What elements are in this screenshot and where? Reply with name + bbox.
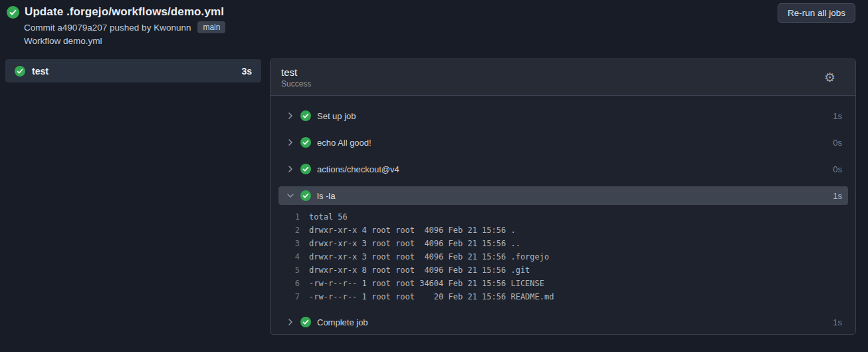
panel-job-status: Success bbox=[281, 79, 824, 88]
step-success-icon bbox=[300, 317, 311, 327]
step-log-output: 1 total 56 2 drwxr-xr-x 4 root root 4096… bbox=[271, 205, 855, 309]
job-success-icon bbox=[15, 66, 25, 77]
step-duration: 1s bbox=[833, 191, 842, 201]
log-line: 6 -rw-r--r-- 1 root root 34604 Feb 21 15… bbox=[271, 277, 855, 290]
steps-list: Set up job 1s echo All good! 0s actions/… bbox=[271, 96, 855, 335]
run-header: Update .forgejo/workflows/demo.yml Commi… bbox=[7, 5, 225, 46]
log-line: 7 -rw-r--r-- 1 root root 20 Feb 21 15:56… bbox=[271, 290, 855, 303]
rerun-all-jobs-button[interactable]: Re-run all jobs bbox=[778, 3, 855, 23]
run-title: Update .forgejo/workflows/demo.yml bbox=[25, 5, 224, 19]
commit-text: Commit a49079a207 pushed by Kwonunn bbox=[24, 23, 191, 33]
log-line-text: drwxr-xr-x 8 root root 4096 Feb 21 15:56… bbox=[309, 265, 530, 275]
step-row-complete-job[interactable]: Complete job 1s bbox=[271, 309, 855, 335]
chevron-right-icon bbox=[286, 318, 294, 326]
step-row-checkout[interactable]: actions/checkout@v4 0s bbox=[271, 156, 855, 182]
log-line-text: total 56 bbox=[309, 212, 348, 222]
log-line-number[interactable]: 5 bbox=[271, 265, 300, 275]
log-line: 1 total 56 bbox=[271, 210, 855, 224]
step-success-icon bbox=[300, 190, 311, 201]
step-label: Set up job bbox=[317, 111, 827, 121]
log-line-number[interactable]: 7 bbox=[271, 292, 300, 301]
log-line-number[interactable]: 3 bbox=[271, 239, 300, 248]
log-line-number[interactable]: 2 bbox=[271, 226, 300, 235]
step-duration: 1s bbox=[833, 111, 842, 121]
step-duration: 1s bbox=[833, 317, 842, 327]
forgejo-actions-run-page: { "header": { "title": "Update .forgejo/… bbox=[0, 0, 868, 352]
workflow-line: Workflow demo.yml bbox=[24, 36, 225, 46]
log-line-number[interactable]: 4 bbox=[271, 252, 300, 262]
step-label: actions/checkout@v4 bbox=[317, 164, 827, 174]
branch-badge[interactable]: main bbox=[197, 21, 225, 33]
log-line-number[interactable]: 1 bbox=[271, 212, 300, 222]
step-duration: 0s bbox=[833, 138, 842, 148]
chevron-right-icon bbox=[286, 165, 294, 173]
job-detail-panel: test Success ⚙ Set up job 1s echo All go… bbox=[270, 59, 856, 335]
job-panel-header: test Success ⚙ bbox=[271, 59, 855, 96]
log-line-text: drwxr-xr-x 3 root root 4096 Feb 21 15:56… bbox=[309, 239, 520, 248]
jobs-sidebar: test 3s bbox=[5, 59, 261, 83]
step-success-icon bbox=[300, 164, 311, 174]
step-success-icon bbox=[300, 137, 311, 148]
log-line: 2 drwxr-xr-x 4 root root 4096 Feb 21 15:… bbox=[271, 224, 855, 237]
log-line-text: drwxr-xr-x 4 root root 4096 Feb 21 15:56… bbox=[309, 226, 516, 235]
log-line-text: drwxr-xr-x 3 root root 4096 Feb 21 15:56… bbox=[309, 252, 549, 262]
chevron-down-icon bbox=[286, 192, 294, 200]
step-success-icon bbox=[300, 110, 311, 121]
step-label: Complete job bbox=[317, 317, 827, 327]
chevron-right-icon bbox=[286, 112, 294, 120]
commit-line: Commit a49079a207 pushed by Kwonunn main bbox=[24, 21, 225, 33]
panel-job-title: test bbox=[281, 67, 824, 78]
step-duration: 0s bbox=[833, 164, 842, 174]
log-line: 4 drwxr-xr-x 3 root root 4096 Feb 21 15:… bbox=[271, 250, 855, 264]
step-label: echo All good! bbox=[317, 138, 827, 148]
step-row-setup-job[interactable]: Set up job 1s bbox=[271, 102, 855, 129]
step-label: ls -la bbox=[317, 191, 827, 201]
log-line-number[interactable]: 6 bbox=[271, 279, 300, 288]
log-line: 3 drwxr-xr-x 3 root root 4096 Feb 21 15:… bbox=[271, 237, 855, 250]
run-success-icon bbox=[7, 6, 19, 19]
job-duration: 3s bbox=[241, 66, 252, 77]
log-line-text: -rw-r--r-- 1 root root 20 Feb 21 15:56 R… bbox=[309, 292, 554, 301]
job-name: test bbox=[32, 66, 235, 77]
log-line-text: -rw-r--r-- 1 root root 34604 Feb 21 15:5… bbox=[309, 279, 544, 288]
step-row-echo[interactable]: echo All good! 0s bbox=[271, 129, 855, 156]
chevron-right-icon bbox=[286, 138, 294, 146]
gear-icon[interactable]: ⚙ bbox=[824, 71, 835, 84]
log-line: 5 drwxr-xr-x 8 root root 4096 Feb 21 15:… bbox=[271, 264, 855, 277]
step-row-ls-la[interactable]: ls -la 1s bbox=[278, 186, 848, 205]
sidebar-job-test[interactable]: test 3s bbox=[5, 59, 261, 83]
